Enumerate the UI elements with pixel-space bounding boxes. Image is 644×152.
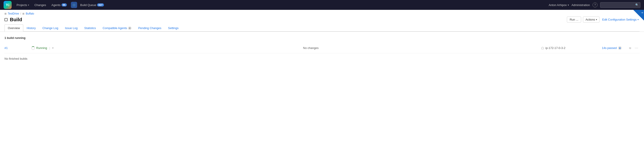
build-actions-right: ≋ ⋯: [622, 46, 640, 50]
actions-button[interactable]: Actions ▾: [583, 16, 600, 22]
agent-name[interactable]: ip-172-17-0-3-2: [546, 46, 566, 50]
build-number[interactable]: #1: [4, 46, 31, 50]
agent-icon: ☖: [541, 46, 544, 50]
breadcrumb: ⊞ TestDrive / ⊞ Buffalo: [4, 12, 640, 15]
nav-help-button[interactable]: ?: [592, 2, 598, 8]
build-queue-badge: 827: [97, 3, 104, 6]
tab-statistics[interactable]: Statistics: [81, 24, 99, 32]
projects-label: Projects: [16, 3, 27, 7]
run-button[interactable]: Run ...: [567, 16, 582, 22]
nav-item-projects[interactable]: Projects ▾: [14, 2, 31, 8]
nav-administration[interactable]: Administration: [572, 3, 590, 7]
build-changes: No changes: [80, 46, 541, 50]
tab-settings[interactable]: Settings: [164, 24, 182, 32]
tab-history[interactable]: History: [23, 24, 39, 32]
actions-chevron-icon: ▾: [596, 18, 597, 21]
page-title: Build: [10, 17, 22, 22]
logo[interactable]: TC: [4, 1, 12, 9]
changes-label: Changes: [34, 3, 46, 7]
edit-config-label: Edit Configuration Settings: [602, 18, 636, 21]
build-icon: ⊡: [73, 3, 75, 7]
tab-pending-changes[interactable]: Pending Changes: [135, 24, 164, 32]
breadcrumb-separator: /: [20, 12, 21, 15]
tab-overview[interactable]: Overview: [4, 24, 23, 32]
grid-icon-sub: ⊞: [22, 12, 24, 15]
tab-compatible-agents[interactable]: Compatible Agents4: [99, 24, 135, 32]
build-time-value: 14s passed: [602, 46, 617, 50]
logo-text: TC: [6, 3, 10, 7]
nav-item-build-queue[interactable]: Build Queue 827: [78, 2, 106, 8]
user-chevron-icon: ▾: [568, 4, 569, 6]
no-builds-label: No finished builds: [4, 57, 640, 60]
build-agent: ☖ ip-172-17-0-3-2: [541, 46, 586, 50]
run-label: Run: [570, 18, 575, 21]
build-queue-label: Build Queue: [80, 3, 96, 7]
nav-icon-btn-build[interactable]: ⊡: [71, 2, 77, 8]
build-row: #1 Running | ▾ No changes ☖ ip-172-17-0-…: [4, 43, 640, 54]
actions-label: Actions: [586, 18, 595, 21]
search-input[interactable]: [600, 2, 640, 8]
spinner-icon: [31, 46, 35, 50]
tab-issue-log[interactable]: Issue Log: [62, 24, 81, 32]
breadcrumb-subproject-link[interactable]: Buffalo: [26, 12, 34, 15]
build-time: 14s passed ■: [586, 46, 622, 50]
tab-change-log[interactable]: Change Log: [39, 24, 62, 32]
nav-item-agents[interactable]: Agents 95: [49, 2, 69, 8]
nav-user[interactable]: Anton Arhipov ▾: [549, 3, 569, 7]
build-checkbox[interactable]: [4, 18, 8, 21]
run-dots: ...: [576, 18, 578, 21]
build-status: Running | ▾: [31, 46, 80, 50]
top-navigation: TC Projects ▾ Changes Agents 95 ⊡ Build …: [0, 0, 644, 10]
page-header: ⊞ TestDrive / ⊞ Buffalo Build Run ... Ac…: [0, 10, 644, 32]
stop-button[interactable]: ■: [618, 46, 622, 50]
build-status-label: Running: [36, 46, 47, 50]
breadcrumb-project-link[interactable]: TestDrive: [8, 12, 19, 15]
nav-item-changes[interactable]: Changes: [32, 2, 48, 8]
administration-label: Administration: [572, 3, 590, 7]
status-chevron-icon[interactable]: ▾: [52, 47, 54, 49]
tabs-container: OverviewHistoryChange LogIssue LogStatis…: [4, 24, 640, 32]
status-pipe: |: [49, 46, 50, 50]
help-icon: ?: [594, 3, 596, 6]
tab-badge-compatible-agents: 4: [128, 26, 132, 30]
projects-chevron-icon: ▾: [28, 4, 29, 6]
section-title: 1 build running: [4, 36, 640, 40]
stream-icon[interactable]: ≋: [629, 46, 632, 50]
content-area: 1 build running #1 Running | ▾ No change…: [0, 32, 644, 65]
agents-badge: 95: [62, 3, 67, 6]
user-name: Anton Arhipov: [549, 3, 567, 7]
grid-icon-project: ⊞: [4, 12, 6, 15]
tabs-row: OverviewHistoryChange LogIssue LogStatis…: [4, 24, 640, 31]
agents-label: Agents: [52, 3, 60, 7]
more-menu-button[interactable]: ⋯: [633, 46, 640, 50]
